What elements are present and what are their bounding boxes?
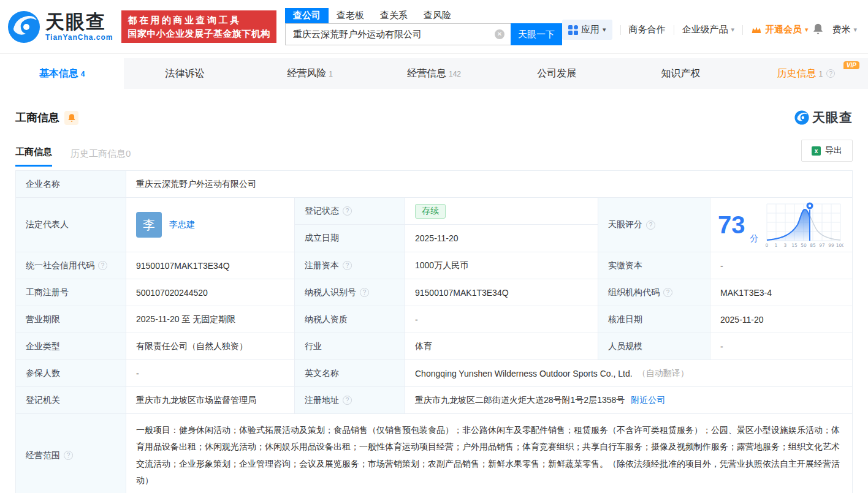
subtab-history-registration[interactable]: 历史工商信息0 [70, 148, 131, 167]
crown-icon [751, 25, 762, 35]
reg-address-value: 重庆市九龙坡区二郎街道火炬大道28号附1号2层1358号 附近公司 [405, 387, 853, 414]
section-title: 工商信息 [15, 110, 59, 125]
business-scope-value: 一般项目：健身休闲活动；体验式拓展活动及策划；食品销售（仅销售预包装食品）；非公… [126, 414, 853, 493]
reg-number-value: 500107020244520 [126, 279, 295, 306]
org-code-label: 组织机构代码? [598, 279, 710, 306]
score-axis-ticks: 0 1 3 15 50 85 97 99 100 [765, 243, 843, 248]
user-menu[interactable]: 费米 ▾ [832, 24, 858, 36]
business-cooperation-link[interactable]: 商务合作 [629, 24, 666, 36]
search-tabs: 查公司 查老板 查关系 查风险 [285, 8, 562, 23]
tianyancha-watermark: 天眼查 [794, 109, 853, 126]
search-tab-boss[interactable]: 查老板 [329, 8, 372, 23]
notification-bell-icon[interactable] [812, 23, 824, 37]
company-name-label: 企业名称 [16, 171, 126, 198]
tab-operational-risk[interactable]: 经营风险 1 [248, 58, 372, 89]
help-icon[interactable]: ? [343, 396, 352, 405]
reg-number-label: 工商注册号 [16, 279, 126, 306]
help-icon[interactable]: ? [343, 261, 352, 270]
svg-text:50: 50 [801, 243, 807, 248]
company-section-tabs: 基本信息 4 法律诉讼 经营风险 1 经营信息 142 公司发展 知识产权 VI… [0, 58, 868, 89]
top-header: 天眼查 TianYanCha.com 都在用的商业查询工具 国家中小企业发展子基… [0, 0, 868, 54]
status-date-subtable: 登记状态? 存续 成立日期 2025-11-20 [295, 198, 598, 252]
reg-capital-label: 注册资本? [295, 252, 405, 279]
export-button[interactable]: x 导出 [801, 140, 853, 162]
tab-label: 知识产权 [661, 67, 701, 80]
tab-count: 142 [449, 70, 461, 78]
tab-legal-proceedings[interactable]: 法律诉讼 [124, 58, 248, 89]
open-membership-menu[interactable]: 开通会员 ▾ [751, 24, 809, 36]
brand-domain: TianYanCha.com [45, 33, 113, 42]
apps-grid-icon [568, 25, 578, 35]
company-name-value: 重庆云深荒野户外运动有限公司 [126, 171, 853, 198]
english-name-label: 英文名称 [295, 360, 405, 387]
nearby-companies-link[interactable]: 附近公司 [631, 395, 665, 406]
score-number: 73 [718, 213, 745, 237]
divider [674, 25, 674, 35]
search-block: 查公司 查老板 查关系 查风险 ✕ 天眼一下 [285, 8, 562, 45]
tianyancha-logo[interactable]: 天眼查 TianYanCha.com [7, 10, 113, 43]
tianyancha-swirl-icon [794, 110, 809, 125]
taxpayer-qual-value: - [405, 306, 598, 333]
est-date-value: 2025-11-20 [405, 225, 598, 252]
slogan-line1: 都在用的商业查询工具 [128, 13, 270, 27]
subscribe-bell-icon[interactable] [64, 111, 78, 125]
help-icon[interactable]: ? [663, 288, 672, 297]
score-distribution-chart: 0 1 3 15 50 85 97 99 100 [764, 201, 843, 248]
english-name-value: Chongqing Yunshen Wilderness Outdoor Spo… [405, 360, 853, 387]
top-navigation: 应用 ▾ 商务合作 企业级产品 ▾ 开通会员 ▾ 费米 ▾ [562, 20, 857, 40]
search-tab-risk[interactable]: 查风险 [416, 8, 459, 23]
search-tab-relation[interactable]: 查关系 [372, 8, 416, 23]
paid-capital-value: - [710, 252, 853, 279]
company-type-label: 企业类型 [16, 333, 126, 360]
tab-basic-info[interactable]: 基本信息 4 [0, 58, 124, 89]
svg-text:1: 1 [774, 243, 777, 248]
uscc-label: 统一社会信用代码? [16, 252, 126, 279]
chevron-down-icon: ▾ [603, 26, 606, 34]
business-cooperation-label: 商务合作 [629, 24, 666, 36]
staff-size-value: - [710, 333, 853, 360]
industry-value: 体育 [405, 333, 598, 360]
brand-name: 天眼查 [45, 12, 113, 31]
legal-rep-link[interactable]: 李忠建 [169, 219, 195, 230]
reg-authority-label: 登记机关 [16, 387, 126, 414]
divider [742, 25, 743, 35]
biz-term-value: 2025-11-20 至 无固定期限 [126, 306, 295, 333]
taxpayer-qual-label: 纳税人资质 [295, 306, 405, 333]
est-date-label: 成立日期 [295, 225, 405, 252]
paid-capital-label: 实缴资本 [598, 252, 710, 279]
chevron-down-icon: ▾ [805, 26, 809, 34]
tab-label: 经营信息 [407, 67, 446, 80]
taxpayer-id-value: 91500107MAK1T3E34Q [405, 279, 598, 306]
help-icon[interactable]: ? [64, 451, 73, 460]
search-button[interactable]: 天眼一下 [511, 23, 562, 45]
search-tab-company[interactable]: 查公司 [285, 8, 329, 23]
apps-menu[interactable]: 应用 ▾ [562, 20, 612, 40]
subtab-business-registration[interactable]: 工商信息 [15, 146, 52, 167]
tab-history-info[interactable]: VIP 历史信息 1 ? [744, 58, 868, 89]
tab-label: 经营风险 [287, 67, 326, 80]
avatar[interactable]: 李 [136, 212, 162, 238]
help-icon[interactable]: ? [360, 288, 369, 297]
svg-text:97: 97 [819, 243, 825, 248]
reg-address-label: 注册地址? [295, 387, 405, 414]
help-icon[interactable]: ? [826, 69, 835, 78]
business-scope-label: 经营范围? [16, 414, 126, 493]
help-icon[interactable]: ? [343, 206, 352, 216]
insured-count-value: - [126, 360, 295, 387]
clear-input-icon[interactable]: ✕ [495, 29, 504, 39]
tab-company-development[interactable]: 公司发展 [496, 58, 620, 89]
biz-term-label: 营业期限 [16, 306, 126, 333]
tab-label: 法律诉讼 [165, 67, 204, 80]
auto-translate-note: （自动翻译） [638, 368, 689, 379]
taxpayer-id-label: 纳税人识别号? [295, 279, 405, 306]
enterprise-products-menu[interactable]: 企业级产品 ▾ [682, 24, 735, 36]
help-icon[interactable]: ? [646, 220, 655, 230]
help-icon[interactable]: ? [98, 261, 107, 270]
username-label: 费米 [832, 24, 851, 36]
search-input[interactable] [285, 23, 511, 45]
export-label: 导出 [825, 145, 842, 156]
tab-intellectual-property[interactable]: 知识产权 [620, 58, 744, 89]
divider [620, 25, 621, 35]
legal-rep-label: 法定代表人 [16, 198, 126, 252]
tab-business-info[interactable]: 经营信息 142 [372, 58, 496, 89]
